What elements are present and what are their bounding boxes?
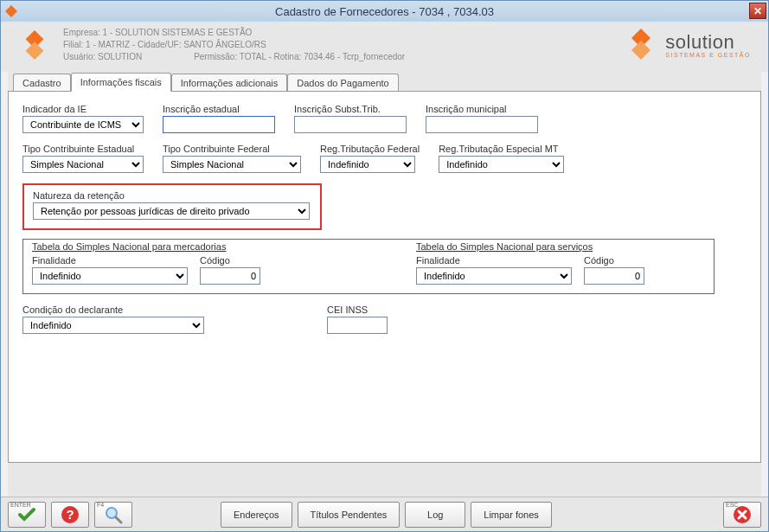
limpar-fones-button[interactable]: Limpar fones xyxy=(471,502,552,528)
tipo-contrib-estadual-select[interactable]: Simples Nacional xyxy=(22,156,144,173)
brand-icon xyxy=(624,27,658,61)
sn-merc-finalidade-label: Finalidade xyxy=(32,255,188,266)
svg-text:?: ? xyxy=(66,507,74,522)
svg-marker-0 xyxy=(5,5,17,17)
inscricao-estadual-input[interactable] xyxy=(163,116,275,133)
inscricao-subst-label: Inscrição Subst.Trib. xyxy=(294,104,407,114)
brand-tagline: SISTEMAS E GESTÃO xyxy=(665,52,751,58)
tab-informacoes-adicionais[interactable]: Informações adicionais xyxy=(171,74,288,92)
inscricao-subst-input[interactable] xyxy=(294,116,407,133)
condicao-declarante-label: Condição do declarante xyxy=(22,304,204,315)
indicador-ie-select[interactable]: Contribuinte de ICMS xyxy=(22,116,144,133)
meta-filial: Filial: 1 - MATRIZ - Cidade/UF: SANTO ÂN… xyxy=(63,39,405,51)
sn-serv-codigo-input[interactable] xyxy=(584,267,644,285)
header-bar: Empresa: 1 - SOLUTION SISTEMAS E GESTÃO … xyxy=(1,22,768,72)
titulos-pendentes-label: Títulos Pendentes xyxy=(311,510,388,520)
tipo-contrib-federal-select[interactable]: Simples Nacional xyxy=(163,156,301,173)
sn-serv-codigo-label: Código xyxy=(584,255,644,266)
enter-button[interactable]: ENTER xyxy=(8,502,46,528)
footer-bar: ENTER ? F4 Endereços Títulos Pendentes L… xyxy=(1,497,768,531)
meta-usuario: Usuário: SOLUTION xyxy=(63,51,142,63)
tabstrip: Cadastro Informações fiscais Informações… xyxy=(13,72,761,91)
cei-inss-label: CEI INSS xyxy=(327,304,388,315)
cei-inss-input[interactable] xyxy=(327,317,388,334)
close-icon: ✕ xyxy=(753,5,762,17)
tab-cadastro[interactable]: Cadastro xyxy=(13,74,71,92)
help-icon: ? xyxy=(60,504,80,525)
tab-dados-pagamento[interactable]: Dados do Pagamento xyxy=(287,74,398,92)
reg-trib-mt-select[interactable]: Indefinido xyxy=(439,156,564,173)
brand-name: solution xyxy=(665,31,751,54)
sn-serv-finalidade-label: Finalidade xyxy=(416,255,572,266)
app-window: Cadastro de Fornecedores - 7034 , 7034.0… xyxy=(0,0,769,532)
brand-block: solution SISTEMAS E GESTÃO xyxy=(624,27,751,61)
sn-merc-codigo-label: Código xyxy=(200,255,260,266)
magnifier-icon xyxy=(103,504,124,525)
inscricao-estadual-label: Inscrição estadual xyxy=(163,104,275,114)
sn-serv-finalidade-select[interactable]: Indefinido xyxy=(416,267,572,285)
meta-permissao: Permissão: TOTAL - Rotina: 7034.46 - Tcr… xyxy=(194,51,405,63)
svg-marker-2 xyxy=(26,42,44,60)
indicador-ie-label: Indicador da IE xyxy=(22,104,144,114)
sn-merc-title: Tabela do Simples Nacional para mercador… xyxy=(32,241,260,252)
content-area: Cadastro Informações fiscais Informações… xyxy=(8,72,761,497)
log-label: Log xyxy=(427,510,443,520)
tipo-contrib-estadual-label: Tipo Contribuinte Estadual xyxy=(22,144,144,154)
tab-panel: Indicador da IE Contribuinte de ICMS Ins… xyxy=(8,91,761,463)
esc-key-label: ESC xyxy=(726,502,738,508)
inscricao-municipal-input[interactable] xyxy=(426,116,538,133)
app-icon xyxy=(4,4,18,18)
titulos-pendentes-button[interactable]: Títulos Pendentes xyxy=(298,502,401,528)
close-button[interactable]: ✕ xyxy=(749,3,766,19)
enderecos-label: Endereços xyxy=(234,510,279,520)
log-button[interactable]: Log xyxy=(405,502,465,528)
natureza-retencao-select[interactable]: Retenção por pessoas jurídicas de direit… xyxy=(33,202,310,220)
meta-empresa: Empresa: 1 - SOLUTION SISTEMAS E GESTÃO xyxy=(63,27,405,39)
window-title: Cadastro de Fornecedores - 7034 , 7034.0… xyxy=(275,5,494,18)
reg-trib-federal-select[interactable]: Indefinido xyxy=(320,156,415,173)
sn-merc-finalidade-select[interactable]: Indefinido xyxy=(32,267,188,285)
svg-marker-4 xyxy=(631,41,650,60)
sn-serv-title: Tabela do Simples Nacional para serviços xyxy=(416,241,644,252)
company-glyph xyxy=(18,29,51,61)
sn-merc-codigo-input[interactable] xyxy=(200,267,260,285)
search-button[interactable]: F4 xyxy=(94,502,132,528)
condicao-declarante-select[interactable]: Indefinido xyxy=(22,317,204,334)
reg-trib-federal-label: Reg.Tributação Federal xyxy=(320,144,420,154)
help-button[interactable]: ? xyxy=(51,502,89,528)
tipo-contrib-federal-label: Tipo Contribuinte Federal xyxy=(163,144,301,154)
natureza-retencao-highlight: Natureza da retenção Retenção por pessoa… xyxy=(22,183,322,230)
header-meta: Empresa: 1 - SOLUTION SISTEMAS E GESTÃO … xyxy=(63,27,405,63)
titlebar: Cadastro de Fornecedores - 7034 , 7034.0… xyxy=(1,1,768,22)
esc-button[interactable]: ESC xyxy=(723,502,761,528)
simples-nacional-box: Tabela do Simples Nacional para mercador… xyxy=(22,239,715,294)
enderecos-button[interactable]: Endereços xyxy=(221,502,292,528)
limpar-fones-label: Limpar fones xyxy=(484,510,539,520)
natureza-retencao-label: Natureza da retenção xyxy=(33,190,311,201)
tab-informacoes-fiscais[interactable]: Informações fiscais xyxy=(71,73,171,92)
reg-trib-mt-label: Reg.Tributação Especial MT xyxy=(439,144,564,154)
svg-line-8 xyxy=(116,517,121,522)
inscricao-municipal-label: Inscrição municipal xyxy=(426,104,538,114)
enter-key-label: ENTER xyxy=(10,502,31,508)
f4-key-label: F4 xyxy=(97,502,104,508)
